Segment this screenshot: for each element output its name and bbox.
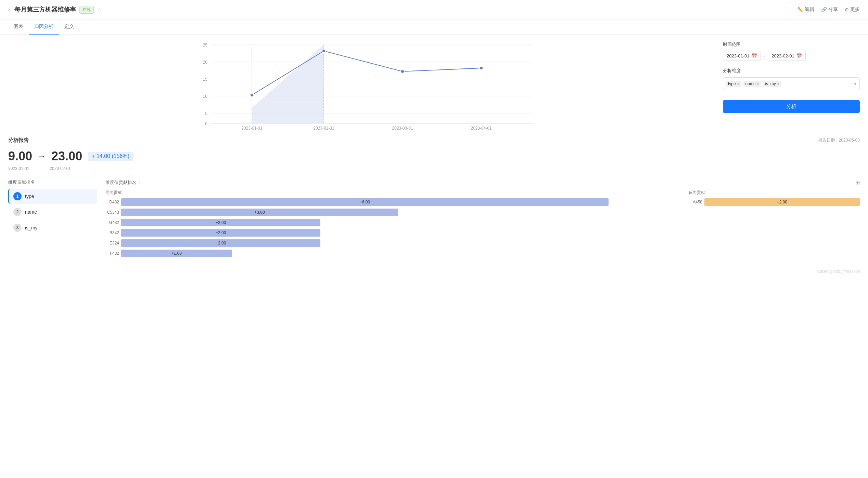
rank-label-name: name [25,209,37,215]
bar-fill-a458: −2.00 [704,198,860,206]
share-button[interactable]: 🔗 分享 [821,6,838,13]
svg-text:2023-02-01: 2023-02-01 [313,126,334,130]
svg-point-18 [480,66,483,70]
tab-analysis[interactable]: 归因分析 [29,19,59,35]
bar-label-g432: G432 [105,220,119,225]
dropdown-arrow-icon[interactable]: ∨ [854,81,857,86]
bar-row-b342: B342 +2.00 [105,229,675,237]
dim-rank-title: 维度贡献排名 [8,179,97,185]
bar-label-d432: D432 [105,200,119,204]
bar-fill-c5343: +3.00 [121,209,398,216]
tabs: 图表 归因分析 定义 [0,19,868,35]
bar-track-a458: −2.00 [704,198,860,206]
dim-rank-list: 1 type 2 name 3 is_my [8,189,97,235]
dimension-section: 分析维度 type × name × is_my × ∨ [723,68,860,90]
header: ‹ 每月第三方机器维修率 在线 ☆ ✏️ 编辑 🔗 分享 ⊙ 更多 [0,0,868,19]
star-icon[interactable]: ☆ [97,6,102,13]
rank-label-type: type [25,194,34,199]
back-button[interactable]: ‹ [8,6,10,13]
metric-arrow-icon: → [38,151,46,161]
report-header: 分析报告 报告日期：2023-05-08 [8,137,860,144]
chart-area: 25 20 15 10 5 0 [8,41,715,130]
dim-rank-item-name[interactable]: 2 name [8,204,97,220]
bar-track-c5343: +3.00 [121,209,675,216]
metric-dates: 2023-01-01 2023-02-01 [8,166,860,171]
bar-row-d432: D432 +6.00 [105,198,675,206]
negative-bars: A458 −2.00 [689,198,860,206]
calendar-icon-end: 📅 [796,53,802,58]
report-date: 报告日期：2023-05-08 [818,137,860,143]
edit-button[interactable]: ✏️ 编辑 [797,6,814,13]
svg-text:15: 15 [203,77,208,82]
bar-row-e324: E324 +2.00 [105,239,675,247]
date-start-input[interactable]: 2023-01-01 📅 [723,51,761,61]
metric-from-value: 9.00 [8,149,32,163]
dim-tag-name[interactable]: name × [743,81,761,87]
dim-tag-type-close[interactable]: × [737,82,739,86]
bar-row-c5343: C5343 +3.00 [105,209,675,216]
svg-text:20: 20 [203,60,208,65]
svg-point-16 [322,49,326,53]
metric-change-badge: + 14.00 (156%) [88,152,133,161]
rank-num-2: 2 [13,208,22,216]
svg-text:10: 10 [203,94,208,99]
bar-fill-b342: +2.00 [121,229,320,237]
date-dash: - [764,53,765,59]
dim-tag-name-close[interactable]: × [757,82,759,86]
date-range: 2023-01-01 📅 - 2023-02-01 📅 [723,51,860,61]
table-view-icon[interactable]: ⊞ [855,179,860,186]
analyze-button[interactable]: 分析 [723,100,860,113]
edit-icon: ✏️ [797,7,803,12]
report-title: 分析报告 [8,137,29,144]
positive-col-title: 同向贡献 [105,190,675,196]
chart-container: 25 20 15 10 5 0 [8,41,715,130]
main-content: 25 20 15 10 5 0 [0,35,868,137]
dim-rank-item-ismy[interactable]: 3 is_my [8,220,97,235]
line-chart: 25 20 15 10 5 0 [8,41,715,130]
svg-text:2023-03-01: 2023-03-01 [392,126,413,130]
time-range-label: 时间范围 [723,41,860,48]
positive-bars: D432 +6.00 C5343 +3.00 [105,198,675,257]
dim-rank-item-type[interactable]: 1 type [8,189,97,204]
share-icon: 🔗 [821,7,827,12]
date-end-input[interactable]: 2023-02-01 📅 [768,51,806,61]
bar-track-d432: +6.00 [121,198,675,206]
analysis-grid: 维度贡献排名 1 type 2 name 3 is_my 维 [8,179,860,260]
contribution-header: 维度值贡献排名 ↕ ⊞ [105,179,860,186]
bar-fill-g432: +2.00 [121,219,320,226]
status-badge: 在线 [79,6,94,14]
contribution-title: 维度值贡献排名 ↕ [105,180,141,186]
bar-label-f432: F432 [105,251,119,256]
bar-fill-d432: +6.00 [121,198,609,206]
tab-definition[interactable]: 定义 [59,19,79,35]
dim-tag-type[interactable]: type × [726,81,741,87]
more-icon: ⊙ [845,7,849,12]
contribution-area: 维度值贡献排名 ↕ ⊞ 同向贡献 D432 +6.00 [105,179,860,260]
report-section: 分析报告 报告日期：2023-05-08 9.00 → 23.00 + 14.0… [0,137,868,267]
tab-chart[interactable]: 图表 [8,19,29,35]
bar-label-a458: A458 [689,200,702,204]
right-panel: 时间范围 2023-01-01 📅 - 2023-02-01 📅 分析维度 ty… [723,41,860,130]
svg-text:5: 5 [205,111,207,116]
sort-icon[interactable]: ↕ [139,180,141,185]
metric-to-value: 23.00 [51,149,82,163]
bar-fill-e324: +2.00 [121,239,320,247]
dimension-rank-panel: 维度贡献排名 1 type 2 name 3 is_my [8,179,97,260]
svg-marker-12 [252,45,324,123]
svg-text:0: 0 [205,121,207,126]
bar-label-c5343: C5343 [105,210,119,215]
dim-tag-ismy[interactable]: is_my × [763,81,781,87]
dim-tag-ismy-close[interactable]: × [777,82,779,86]
dimension-tags-input[interactable]: type × name × is_my × ∨ [723,77,860,90]
bar-track-g432: +2.00 [121,219,675,226]
rank-label-ismy: is_my [25,225,38,230]
bar-label-b342: B342 [105,230,119,235]
metric-date-from: 2023-01-01 [8,166,29,171]
bar-row-g432: G432 +2.00 [105,219,675,226]
more-button[interactable]: ⊙ 更多 [845,6,860,13]
negative-contribution-col: 反向贡献 A458 −2.00 [689,190,860,260]
bar-track-f432: +1.00 [121,250,675,257]
bar-track-e324: +2.00 [121,239,675,247]
rank-num-1: 1 [13,192,22,200]
dimension-label: 分析维度 [723,68,860,74]
